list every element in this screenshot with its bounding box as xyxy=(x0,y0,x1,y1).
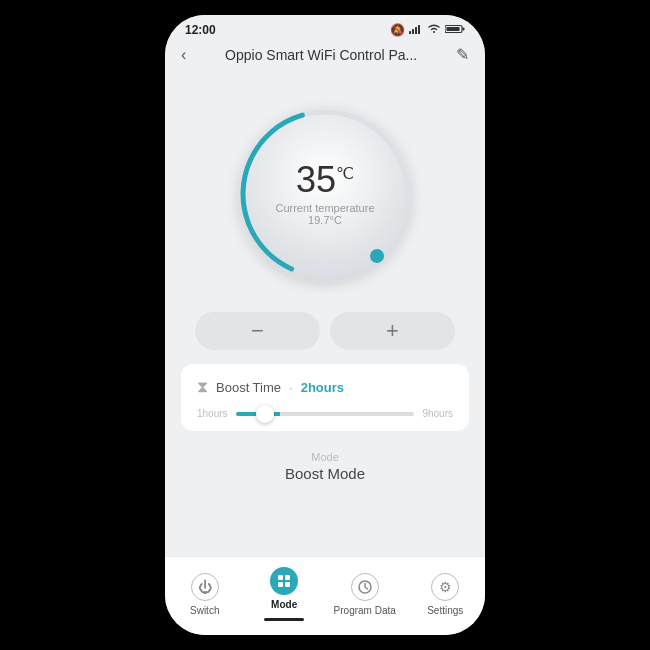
nav-label-settings: Settings xyxy=(427,605,463,616)
svg-point-10 xyxy=(370,249,384,263)
signal-icon xyxy=(409,23,423,37)
mute-icon: 🔕 xyxy=(390,23,405,37)
main-content: 35℃ Current temperature 19.7°C − + ⧗ Boo… xyxy=(165,74,485,556)
decrease-button[interactable]: − xyxy=(195,312,320,350)
nav-label-switch: Switch xyxy=(190,605,219,616)
status-bar: 12:00 🔕 xyxy=(165,15,485,41)
svg-rect-0 xyxy=(409,31,411,34)
boost-label: Boost Time xyxy=(216,380,281,395)
thermostat-dial[interactable]: 35℃ Current temperature 19.7°C xyxy=(225,94,425,294)
nav-label-program: Program Data xyxy=(334,605,396,616)
status-icons: 🔕 xyxy=(390,23,465,37)
temperature-controls: − + xyxy=(195,312,455,350)
boost-panel: ⧗ Boost Time · 2hours 1hours 9hours xyxy=(181,364,469,431)
mode-icon xyxy=(270,567,298,595)
svg-rect-6 xyxy=(447,27,460,31)
phone-container: 12:00 🔕 xyxy=(165,15,485,635)
nav-active-indicator xyxy=(264,618,304,621)
mode-label: Mode xyxy=(165,451,485,463)
nav-item-program[interactable]: Program Data xyxy=(334,573,396,616)
boost-header: ⧗ Boost Time · 2hours xyxy=(197,378,453,396)
battery-icon xyxy=(445,23,465,37)
slider-min-label: 1hours xyxy=(197,408,228,419)
nav-item-mode[interactable]: Mode xyxy=(254,567,314,621)
increase-button[interactable]: + xyxy=(330,312,455,350)
boost-value: 2hours xyxy=(301,380,344,395)
settings-icon: ⚙ xyxy=(431,573,459,601)
edit-button[interactable]: ✎ xyxy=(456,45,469,64)
svg-rect-11 xyxy=(278,575,283,580)
bottom-nav: ⏻ Switch Mode Program Dat xyxy=(165,556,485,635)
temp-display: 35℃ Current temperature 19.7°C xyxy=(275,162,375,226)
top-nav: ‹ Oppio Smart WiFi Control Pa... ✎ xyxy=(165,41,485,74)
set-temperature: 35℃ xyxy=(275,162,375,198)
status-time: 12:00 xyxy=(185,23,216,37)
svg-rect-3 xyxy=(418,25,420,34)
switch-icon: ⏻ xyxy=(191,573,219,601)
nav-item-switch[interactable]: ⏻ Switch xyxy=(175,573,235,616)
nav-label-mode: Mode xyxy=(271,599,297,610)
mode-section: Mode Boost Mode xyxy=(165,441,485,488)
mode-value: Boost Mode xyxy=(165,465,485,482)
svg-rect-2 xyxy=(415,27,417,34)
boost-slider[interactable] xyxy=(236,412,415,416)
back-button[interactable]: ‹ xyxy=(181,46,186,64)
svg-rect-1 xyxy=(412,29,414,34)
svg-rect-5 xyxy=(463,28,465,31)
slider-max-label: 9hours xyxy=(422,408,453,419)
page-title: Oppio Smart WiFi Control Pa... xyxy=(225,47,417,63)
boost-timer-icon: ⧗ xyxy=(197,378,208,396)
current-temperature: Current temperature 19.7°C xyxy=(275,202,375,226)
program-icon xyxy=(351,573,379,601)
boost-separator: · xyxy=(289,380,293,395)
wifi-icon xyxy=(427,23,441,37)
svg-rect-14 xyxy=(285,582,290,587)
svg-rect-13 xyxy=(278,582,283,587)
boost-slider-container: 1hours 9hours xyxy=(197,408,453,419)
nav-item-settings[interactable]: ⚙ Settings xyxy=(415,573,475,616)
svg-rect-12 xyxy=(285,575,290,580)
